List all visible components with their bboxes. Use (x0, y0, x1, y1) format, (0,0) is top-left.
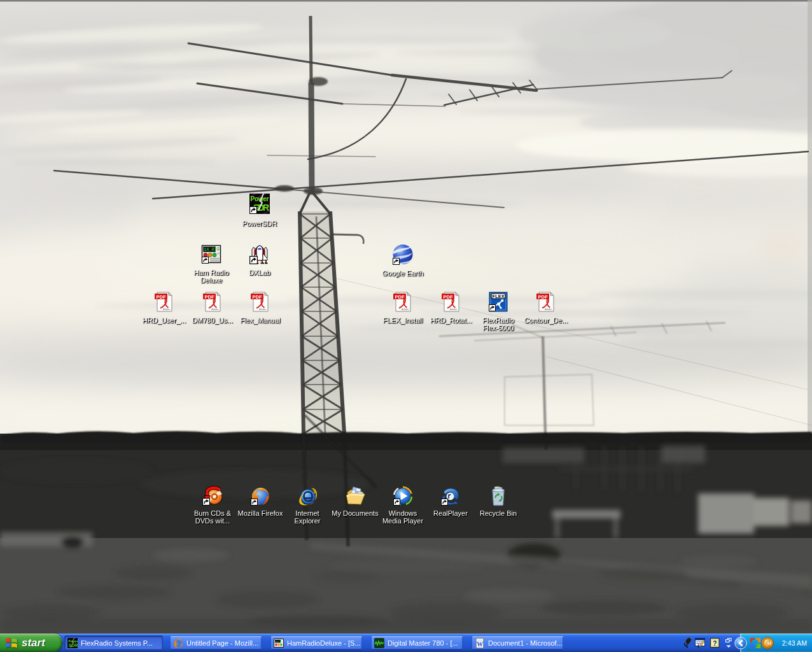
svg-text:FLEX: FLEX (493, 294, 505, 299)
svg-text:14.070: 14.070 (204, 247, 219, 252)
svg-text:W: W (477, 640, 483, 647)
svg-text:14.0: 14.0 (275, 641, 281, 643)
svg-text:?: ? (713, 640, 717, 647)
svg-text:SDR: SDR (69, 642, 78, 647)
